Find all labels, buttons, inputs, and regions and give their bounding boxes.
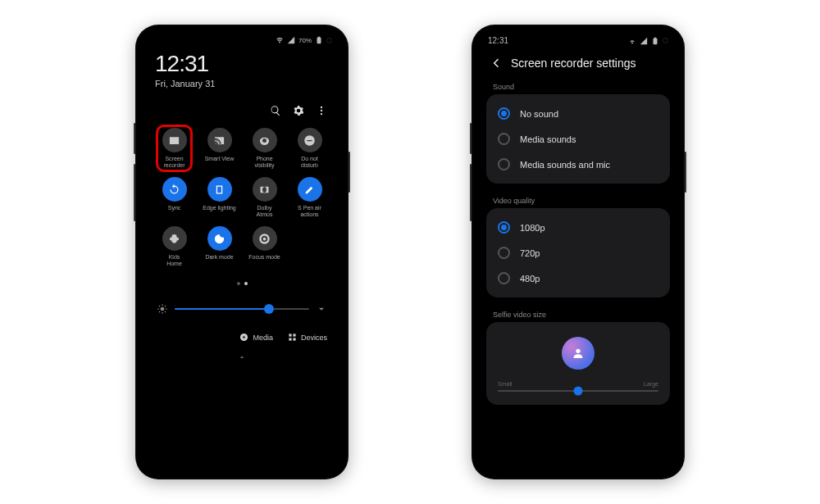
panel-date: Fri, January 31	[155, 79, 329, 89]
spen-icon[interactable]	[298, 177, 322, 202]
chevron-down-icon[interactable]	[316, 303, 327, 315]
tile-label: Sync	[168, 205, 181, 218]
brightness-slider-row	[142, 293, 342, 325]
nav-up-icon[interactable]	[238, 353, 246, 361]
wifi-icon	[276, 36, 284, 44]
status-bar: 12:31	[478, 31, 678, 47]
signal-icon	[287, 36, 295, 44]
page-indicator	[142, 274, 342, 293]
radio-label: 720p	[520, 248, 540, 258]
edge-icon[interactable]	[207, 177, 232, 202]
battery-icon	[315, 36, 323, 44]
search-icon[interactable]	[270, 105, 281, 116]
quick-tile[interactable]: S Pen airactions	[289, 177, 330, 218]
media-label: Media	[253, 334, 273, 342]
selfie-size-slider[interactable]	[498, 390, 658, 392]
radio-option[interactable]: 480p	[494, 266, 662, 291]
radio-icon[interactable]	[498, 272, 510, 284]
svg-point-9	[576, 349, 580, 353]
tile-label: Edge lighting	[203, 205, 235, 218]
quick-tile[interactable]: Focus mode	[244, 226, 285, 267]
radio-icon[interactable]	[498, 107, 510, 120]
size-small-label: Small	[498, 381, 512, 387]
visibility-icon[interactable]	[253, 128, 277, 152]
devices-label: Devices	[301, 334, 327, 342]
svg-rect-5	[289, 334, 291, 337]
bottom-actions: Media Devices	[142, 325, 342, 342]
quick-tile[interactable]: DolbyAtmos	[244, 177, 285, 218]
page-dot-active[interactable]	[244, 282, 248, 285]
kids-icon[interactable]	[162, 226, 187, 251]
svg-rect-7	[289, 338, 291, 341]
status-icons: 70%	[276, 36, 332, 44]
tile-label: Smart View	[205, 156, 235, 169]
radio-label: 480p	[520, 274, 540, 284]
dnd-icon[interactable]	[298, 128, 322, 152]
radio-option[interactable]: No sound	[494, 101, 662, 126]
action-row	[142, 93, 342, 121]
wifi-icon	[628, 37, 636, 45]
quick-tile[interactable]: Dark mode	[198, 226, 240, 267]
radio-option[interactable]: Media sounds	[494, 126, 662, 152]
signal-icon	[640, 37, 648, 45]
tile-label: S Pen airactions	[298, 205, 321, 218]
battery-text: 70%	[298, 37, 312, 44]
back-icon[interactable]	[490, 57, 503, 70]
brightness-slider[interactable]	[175, 308, 309, 310]
selfie-avatar	[562, 337, 594, 370]
selfie-section-label: Selfie video size	[478, 306, 678, 322]
svg-point-3	[161, 307, 165, 311]
quick-tile[interactable]: Edge lighting	[198, 177, 240, 218]
tile-label: KidsHome	[166, 254, 182, 267]
tile-label: Focus mode	[248, 254, 280, 267]
quick-tile[interactable]: Smart View	[198, 128, 240, 169]
radio-option[interactable]: 1080p	[494, 215, 662, 240]
sync-icon[interactable]	[162, 177, 187, 202]
battery-icon	[651, 37, 659, 45]
svg-point-0	[321, 107, 322, 108]
radio-option[interactable]: 720p	[494, 240, 662, 266]
radio-icon[interactable]	[498, 221, 510, 234]
radio-label: Media sounds and mic	[520, 160, 610, 170]
page-dot[interactable]	[237, 282, 240, 285]
quick-tile[interactable]: Do notdisturb	[289, 128, 330, 169]
focus-icon[interactable]	[253, 226, 277, 251]
status-icons	[628, 37, 668, 45]
gear-icon[interactable]	[293, 105, 304, 116]
media-button[interactable]: Media	[239, 333, 273, 342]
status-time: 12:31	[488, 36, 508, 45]
clock-block: 12:31 Fri, January 31	[142, 46, 342, 93]
camera-hole	[326, 38, 332, 43]
sound-card: No soundMedia soundsMedia sounds and mic	[486, 94, 670, 184]
record-icon[interactable]	[162, 128, 187, 152]
tile-label: Do notdisturb	[301, 156, 318, 169]
person-icon	[572, 347, 585, 360]
radio-icon[interactable]	[498, 133, 510, 145]
tile-label: DolbyAtmos	[257, 205, 273, 218]
radio-option[interactable]: Media sounds and mic	[494, 152, 662, 177]
phone-left: 70% 12:31 Fri, January 31 Screenrecorder…	[135, 25, 348, 479]
tile-label: Dark mode	[205, 254, 233, 267]
svg-point-1	[321, 110, 322, 111]
quality-section-label: Video quality	[478, 192, 678, 208]
svg-point-2	[321, 113, 322, 115]
panel-time: 12:31	[155, 51, 329, 77]
settings-screen: 12:31 Screen recorder settings Sound No …	[478, 31, 678, 473]
cast-icon[interactable]	[207, 128, 232, 152]
dark-icon[interactable]	[207, 226, 232, 251]
size-large-label: Large	[644, 381, 658, 387]
quick-tile[interactable]: Screenrecorder	[153, 128, 195, 169]
page-title: Screen recorder settings	[511, 57, 636, 70]
quick-tile[interactable]: Phonevisibility	[244, 128, 285, 169]
quick-tile[interactable]: Sync	[153, 177, 195, 218]
play-icon	[239, 333, 248, 342]
quick-tiles-grid: ScreenrecorderSmart ViewPhonevisibilityD…	[142, 121, 342, 274]
more-icon[interactable]	[316, 105, 327, 116]
quick-tile[interactable]: KidsHome	[153, 226, 195, 267]
radio-icon[interactable]	[498, 158, 510, 170]
svg-rect-8	[293, 338, 295, 341]
radio-icon[interactable]	[498, 247, 510, 259]
dolby-icon[interactable]	[253, 177, 277, 202]
quality-card: 1080p720p480p	[486, 208, 670, 297]
devices-button[interactable]: Devices	[288, 333, 327, 342]
